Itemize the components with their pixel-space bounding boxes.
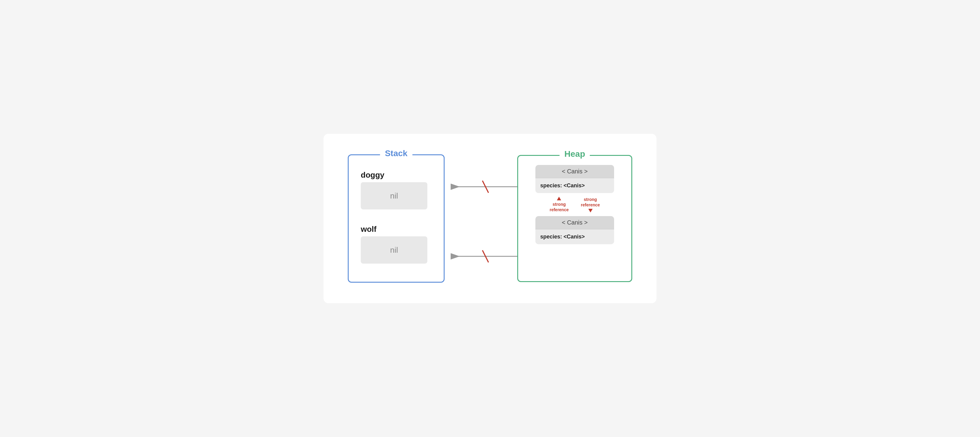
wolf-label: wolf	[361, 224, 431, 234]
stack-item-doggy: doggy nil	[361, 170, 431, 218]
strong-ref-up-label: strongreference	[550, 202, 569, 213]
canis-box-bottom: < Canis > species: <Canis>	[535, 216, 614, 244]
strong-ref-container: strongreference strongreference	[535, 193, 614, 216]
canis-box-top: < Canis > species: <Canis>	[535, 165, 614, 193]
arrow-down-icon	[589, 209, 593, 213]
doggy-nil-box: nil	[361, 182, 427, 210]
canis-header-bottom: < Canis >	[535, 216, 614, 229]
heap-panel: Heap < Canis > species: <Canis> strongre…	[517, 155, 632, 282]
stack-item-wolf: wolf nil	[361, 224, 431, 273]
doggy-label: doggy	[361, 170, 431, 180]
stack-items: doggy nil wolf nil	[361, 164, 431, 273]
arrows-area	[445, 158, 517, 285]
canis-header-top: < Canis >	[535, 165, 614, 178]
arrows-svg	[445, 158, 517, 285]
stack-label: Stack	[380, 149, 412, 158]
diagram-container: Stack doggy nil wolf nil	[323, 134, 657, 303]
arrow-up-icon	[557, 197, 561, 200]
strong-ref-up: strongreference	[550, 197, 569, 213]
heap-with-refs: < Canis > species: <Canis> strongreferen…	[530, 165, 619, 244]
stack-panel: Stack doggy nil wolf nil	[348, 154, 445, 283]
strong-ref-down: strongreference	[581, 197, 600, 213]
strong-ref-down-label: strongreference	[581, 197, 600, 208]
canis-body-top: species: <Canis>	[535, 178, 614, 193]
heap-label: Heap	[560, 149, 590, 159]
wolf-nil-box: nil	[361, 236, 427, 264]
canis-body-bottom: species: <Canis>	[535, 229, 614, 244]
